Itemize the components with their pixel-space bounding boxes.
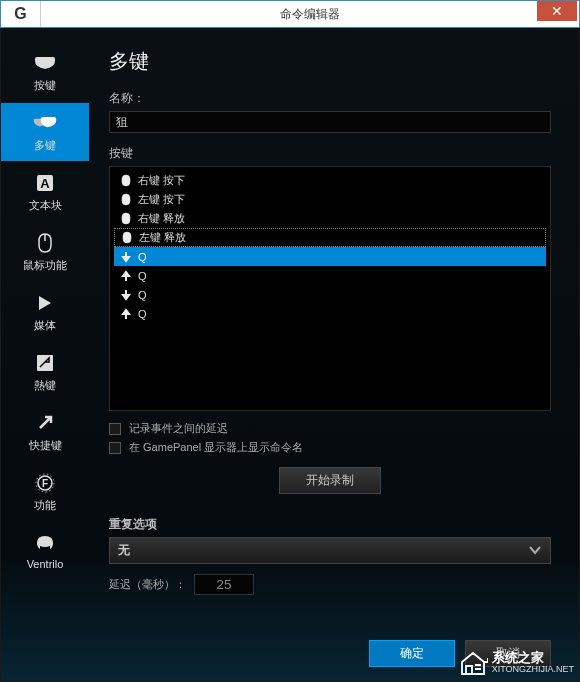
key-event-text: 右键 按下 — [138, 173, 185, 188]
key-event-row[interactable]: 左键 释放 — [114, 228, 546, 247]
checkbox-icon — [109, 442, 121, 454]
key-event-text: 左键 释放 — [139, 230, 186, 245]
key-event-row[interactable]: Q — [114, 304, 546, 323]
keystroke-icon — [33, 53, 57, 73]
titlebar: G 命令编辑器 ✕ — [0, 0, 580, 28]
chevron-down-icon — [528, 544, 542, 558]
close-button[interactable]: ✕ — [537, 1, 577, 21]
sidebar-item-shortcut[interactable]: 快捷键 — [1, 403, 89, 461]
ok-button[interactable]: 确定 — [369, 640, 455, 667]
key-event-text: Q — [138, 308, 147, 320]
close-icon: ✕ — [551, 3, 563, 19]
sidebar-item-label: 按键 — [34, 78, 56, 93]
sidebar-item-label: Ventrilo — [27, 558, 64, 570]
delay-label: 延迟（毫秒）： — [109, 577, 186, 592]
sidebar-item-label: 文本块 — [29, 198, 62, 213]
multikey-icon — [33, 113, 57, 133]
checkbox-label: 在 GamePanel 显示器上显示命令名 — [129, 440, 303, 455]
sidebar-item-media[interactable]: 媒体 — [1, 283, 89, 341]
down-icon — [120, 289, 132, 301]
up-icon — [120, 270, 132, 282]
sidebar: 按键 多键 A 文本块 鼠标功能 媒体 — [1, 28, 89, 681]
footer-buttons: 确定 取消 — [369, 640, 551, 667]
key-event-row[interactable]: 右键 释放 — [114, 209, 546, 228]
mouse-icon — [120, 212, 132, 225]
svg-text:A: A — [40, 176, 50, 191]
sidebar-item-keystroke[interactable]: 按键 — [1, 43, 89, 101]
media-icon — [33, 293, 57, 313]
mouse-icon — [120, 174, 132, 187]
sidebar-item-label: 媒体 — [34, 318, 56, 333]
key-event-row[interactable]: 左键 按下 — [114, 190, 546, 209]
repeat-value: 无 — [118, 542, 130, 559]
main-container: 按键 多键 A 文本块 鼠标功能 媒体 — [0, 28, 580, 682]
sidebar-item-ventrilo[interactable]: Ventrilo — [1, 523, 89, 578]
key-event-row[interactable]: Q — [114, 266, 546, 285]
hotkey-icon — [33, 353, 57, 373]
key-event-text: 右键 释放 — [138, 211, 185, 226]
window-title: 命令编辑器 — [41, 6, 579, 23]
ventrilo-icon — [33, 533, 57, 553]
cancel-button[interactable]: 取消 — [465, 640, 551, 667]
checkbox-label: 记录事件之间的延迟 — [129, 421, 228, 436]
shortcut-icon — [33, 413, 57, 433]
key-event-text: Q — [138, 289, 147, 301]
sidebar-item-label: 快捷键 — [29, 438, 62, 453]
sidebar-item-mouse[interactable]: 鼠标功能 — [1, 223, 89, 281]
name-label: 名称： — [109, 90, 551, 107]
key-event-row[interactable]: 右键 按下 — [114, 171, 546, 190]
key-event-row[interactable]: Q — [114, 285, 546, 304]
panel-heading: 多键 — [109, 48, 551, 75]
up-icon — [120, 308, 132, 320]
sidebar-item-label: 多键 — [34, 138, 56, 153]
mouse-icon — [120, 193, 132, 206]
keys-label: 按键 — [109, 145, 551, 162]
sidebar-item-label: 功能 — [34, 498, 56, 513]
repeat-dropdown[interactable]: 无 — [109, 537, 551, 564]
checkbox-icon — [109, 423, 121, 435]
textblock-icon: A — [33, 173, 57, 193]
sidebar-item-multikey[interactable]: 多键 — [1, 103, 89, 161]
svg-text:F: F — [42, 478, 48, 489]
app-logo: G — [1, 1, 41, 27]
mouse-icon — [33, 233, 57, 253]
sidebar-item-hotkey[interactable]: 熱键 — [1, 343, 89, 401]
record-delay-checkbox-row[interactable]: 记录事件之间的延迟 — [109, 421, 551, 436]
sidebar-item-function[interactable]: F 功能 — [1, 463, 89, 521]
gamepanel-checkbox-row[interactable]: 在 GamePanel 显示器上显示命令名 — [109, 440, 551, 455]
key-event-row[interactable]: Q — [114, 247, 546, 266]
key-events-list[interactable]: 右键 按下左键 按下右键 释放左键 释放QQQQ — [109, 166, 551, 411]
function-icon: F — [33, 473, 57, 493]
sidebar-item-label: 鼠标功能 — [23, 258, 67, 273]
name-input[interactable] — [109, 111, 551, 133]
mouse-icon — [121, 231, 133, 244]
sidebar-item-label: 熱键 — [34, 378, 56, 393]
repeat-label: 重复选项 — [109, 516, 551, 533]
key-event-text: Q — [138, 270, 147, 282]
sidebar-item-textblock[interactable]: A 文本块 — [1, 163, 89, 221]
start-record-button[interactable]: 开始录制 — [279, 467, 381, 494]
delay-input[interactable] — [194, 574, 254, 595]
down-icon — [120, 251, 132, 263]
content-panel: 多键 名称： 按键 右键 按下左键 按下右键 释放左键 释放QQQQ 记录事件之… — [89, 28, 579, 681]
key-event-text: Q — [138, 251, 147, 263]
key-event-text: 左键 按下 — [138, 192, 185, 207]
